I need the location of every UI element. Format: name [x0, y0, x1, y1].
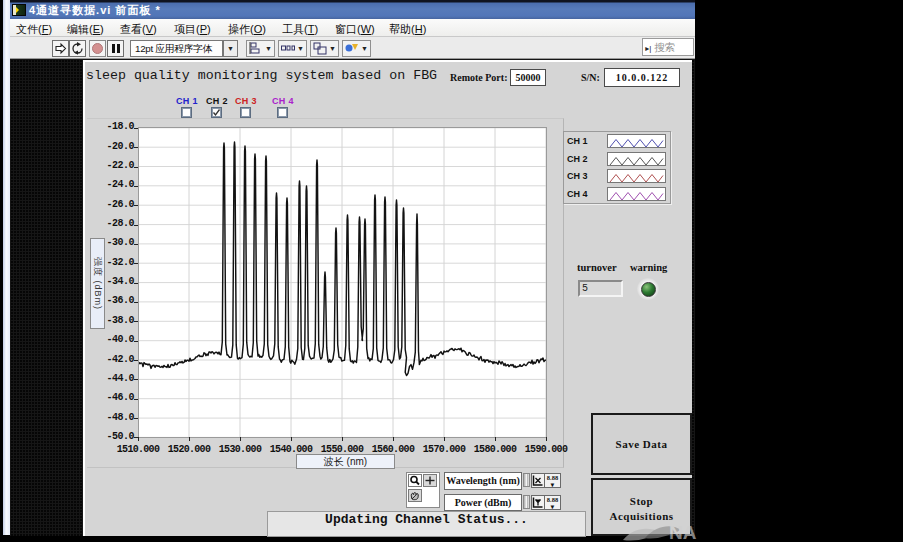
- svg-text:NA: NA: [669, 522, 697, 542]
